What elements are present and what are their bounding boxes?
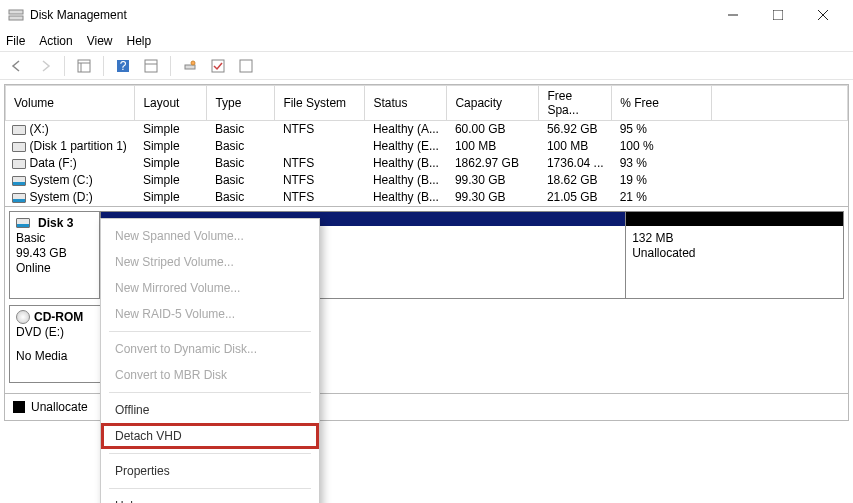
cell-fs — [275, 138, 365, 155]
maximize-button[interactable] — [755, 0, 800, 30]
ctx-convert-dynamic[interactable]: Convert to Dynamic Disk... — [101, 336, 319, 362]
ctx-new-striped[interactable]: New Striped Volume... — [101, 249, 319, 275]
col-fs[interactable]: File System — [275, 86, 365, 121]
table-header-row: Volume Layout Type File System Status Ca… — [6, 86, 848, 121]
ctx-detach-vhd[interactable]: Detach VHD — [101, 423, 319, 449]
disk-row-cdrom[interactable]: CD-ROM DVD (E:) No Media — [9, 305, 103, 383]
cdrom-label: CD-ROM DVD (E:) No Media — [10, 306, 103, 382]
menu-file[interactable]: File — [6, 34, 25, 48]
close-button[interactable] — [800, 0, 845, 30]
toolbar-button-5[interactable] — [235, 55, 257, 77]
svg-text:?: ? — [120, 59, 127, 73]
window-title: Disk Management — [30, 8, 710, 22]
toolbar-button-4[interactable] — [207, 55, 229, 77]
col-spacer — [712, 86, 848, 121]
cell-layout: Simple — [135, 172, 207, 189]
cdrom-name: CD-ROM — [34, 310, 83, 324]
menu-view[interactable]: View — [87, 34, 113, 48]
menubar: File Action View Help — [0, 30, 853, 52]
cell-fs: NTFS — [275, 121, 365, 138]
cell-status: Healthy (E... — [365, 138, 447, 155]
ctx-new-raid5[interactable]: New RAID-5 Volume... — [101, 301, 319, 327]
disk3-status: Online — [16, 261, 93, 275]
cell-status: Healthy (B... — [365, 189, 447, 206]
cell-capacity: 60.00 GB — [447, 121, 539, 138]
cell-pct: 21 % — [612, 189, 712, 206]
titlebar: Disk Management — [0, 0, 853, 30]
minimize-button[interactable] — [710, 0, 755, 30]
svg-rect-15 — [212, 60, 224, 72]
cell-free: 1736.04 ... — [539, 155, 612, 172]
cell-pct: 100 % — [612, 138, 712, 155]
disk3-label: Disk 3 Basic 99.43 GB Online — [10, 212, 100, 298]
partition-unallocated[interactable]: 132 MB Unallocated — [625, 212, 843, 298]
cell-capacity: 1862.97 GB — [447, 155, 539, 172]
cell-status: Healthy (B... — [365, 155, 447, 172]
forward-button[interactable] — [34, 55, 56, 77]
col-volume[interactable]: Volume — [6, 86, 135, 121]
cell-layout: Simple — [135, 155, 207, 172]
menu-action[interactable]: Action — [39, 34, 72, 48]
ctx-new-spanned[interactable]: New Spanned Volume... — [101, 223, 319, 249]
toolbar-button-1[interactable] — [73, 55, 95, 77]
svg-rect-6 — [78, 60, 90, 72]
disk3-size: 99.43 GB — [16, 246, 93, 260]
ctx-properties[interactable]: Properties — [101, 458, 319, 484]
drive-icon — [12, 125, 26, 135]
cell-pct: 95 % — [612, 121, 712, 138]
legend-unallocated: Unallocate — [31, 400, 88, 414]
help-button[interactable]: ? — [112, 55, 134, 77]
svg-point-14 — [191, 61, 195, 65]
table-row[interactable]: System (D:)SimpleBasicNTFSHealthy (B...9… — [6, 189, 848, 206]
cell-status: Healthy (B... — [365, 172, 447, 189]
svg-rect-13 — [185, 65, 195, 69]
table-row[interactable]: (X:)SimpleBasicNTFSHealthy (A...60.00 GB… — [6, 121, 848, 138]
svg-rect-0 — [9, 10, 23, 14]
cell-capacity: 99.30 GB — [447, 172, 539, 189]
table-row[interactable]: Data (F:)SimpleBasicNTFSHealthy (B...186… — [6, 155, 848, 172]
svg-rect-11 — [145, 60, 157, 72]
cell-volume: (X:) — [30, 122, 49, 136]
col-layout[interactable]: Layout — [135, 86, 207, 121]
cell-layout: Simple — [135, 189, 207, 206]
col-free[interactable]: Free Spa... — [539, 86, 612, 121]
table-row[interactable]: System (C:)SimpleBasicNTFSHealthy (B...9… — [6, 172, 848, 189]
ctx-new-mirrored[interactable]: New Mirrored Volume... — [101, 275, 319, 301]
volume-table: Volume Layout Type File System Status Ca… — [5, 85, 848, 206]
cell-free: 100 MB — [539, 138, 612, 155]
back-button[interactable] — [6, 55, 28, 77]
unalloc-label: Unallocated — [632, 246, 837, 260]
drive-icon — [12, 159, 26, 169]
toolbar-button-3[interactable] — [179, 55, 201, 77]
col-type[interactable]: Type — [207, 86, 275, 121]
drive-icon — [12, 193, 26, 203]
table-row[interactable]: (Disk 1 partition 1)SimpleBasicHealthy (… — [6, 138, 848, 155]
cell-status: Healthy (A... — [365, 121, 447, 138]
toolbar-button-2[interactable] — [140, 55, 162, 77]
col-pct[interactable]: % Free — [612, 86, 712, 121]
col-status[interactable]: Status — [365, 86, 447, 121]
unalloc-size: 132 MB — [632, 231, 837, 245]
drive-icon — [12, 176, 26, 186]
cell-type: Basic — [207, 155, 275, 172]
cell-fs: NTFS — [275, 189, 365, 206]
disk3-name: Disk 3 — [38, 216, 73, 230]
disk3-type: Basic — [16, 231, 93, 245]
cell-fs: NTFS — [275, 172, 365, 189]
cell-pct: 19 % — [612, 172, 712, 189]
cell-fs: NTFS — [275, 155, 365, 172]
legend-square-icon — [13, 401, 25, 413]
ctx-help[interactable]: Help — [101, 493, 319, 503]
cell-type: Basic — [207, 172, 275, 189]
ctx-offline[interactable]: Offline — [101, 397, 319, 423]
cell-volume: (Disk 1 partition 1) — [30, 139, 127, 153]
col-capacity[interactable]: Capacity — [447, 86, 539, 121]
cell-volume: System (D:) — [30, 190, 93, 204]
ctx-convert-mbr[interactable]: Convert to MBR Disk — [101, 362, 319, 388]
cell-type: Basic — [207, 189, 275, 206]
menu-help[interactable]: Help — [127, 34, 152, 48]
svg-rect-3 — [773, 10, 783, 20]
cell-volume: System (C:) — [30, 173, 93, 187]
cdrom-status: No Media — [16, 349, 97, 363]
context-menu: New Spanned Volume... New Striped Volume… — [100, 218, 320, 503]
